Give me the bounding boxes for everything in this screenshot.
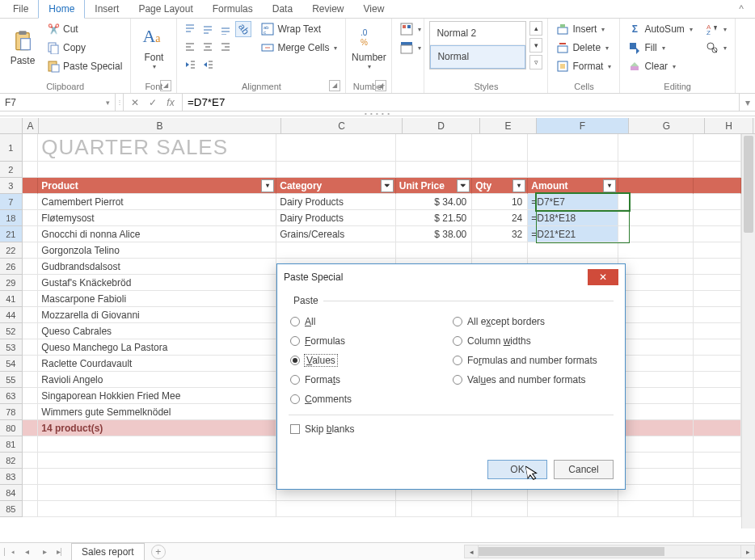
- find-button[interactable]: ▾: [702, 40, 730, 56]
- cell-product[interactable]: Singaporean Hokkien Fried Mee: [38, 388, 276, 404]
- cancel-formula-button[interactable]: ✕: [127, 97, 143, 108]
- tab-page-layout[interactable]: Page Layout: [129, 0, 202, 18]
- cell[interactable]: [528, 134, 618, 162]
- cell[interactable]: [23, 453, 39, 469]
- cell[interactable]: [23, 226, 39, 242]
- conditional-formatting-button[interactable]: ▾: [397, 21, 424, 37]
- formula-input[interactable]: [183, 94, 739, 111]
- font-button[interactable]: Aa Font ▾: [136, 21, 171, 74]
- cell[interactable]: [618, 420, 694, 436]
- row-header[interactable]: 83: [0, 469, 23, 485]
- cell[interactable]: [23, 162, 39, 178]
- cell[interactable]: [38, 469, 276, 485]
- cell[interactable]: [23, 323, 39, 339]
- cell[interactable]: [23, 339, 39, 356]
- row-header[interactable]: 84: [0, 485, 23, 501]
- filter-button[interactable]: ▾: [512, 179, 525, 192]
- tab-review[interactable]: Review: [302, 0, 353, 18]
- cell-product[interactable]: Camembert Pierrot: [38, 194, 276, 210]
- vertical-scrollbar[interactable]: [741, 134, 755, 528]
- enter-formula-button[interactable]: ✓: [145, 97, 161, 108]
- delete-cells-button[interactable]: Delete▾: [553, 40, 614, 56]
- font-dialog-launcher[interactable]: ◢: [160, 80, 171, 91]
- cell-unit-price[interactable]: $ 34.00: [396, 194, 473, 210]
- paste-option-all[interactable]: All: [290, 316, 449, 327]
- header-amount[interactable]: Amount▾: [528, 178, 618, 194]
- cell[interactable]: [23, 485, 39, 501]
- row-header[interactable]: 54: [0, 356, 23, 372]
- cell[interactable]: [694, 388, 741, 404]
- tab-insert[interactable]: Insert: [85, 0, 129, 18]
- cell[interactable]: [23, 134, 39, 162]
- row-header[interactable]: 22: [0, 242, 23, 259]
- title-cell[interactable]: QUARTER SALES: [38, 134, 276, 162]
- cell[interactable]: [694, 291, 741, 307]
- align-middle-button[interactable]: [200, 21, 216, 37]
- cell[interactable]: [694, 501, 741, 517]
- align-right-button[interactable]: [217, 39, 234, 55]
- ok-button[interactable]: OK: [487, 460, 547, 479]
- row-header[interactable]: 2: [0, 162, 23, 178]
- cell[interactable]: [618, 339, 694, 356]
- cell[interactable]: [23, 388, 39, 404]
- format-cells-button[interactable]: Format▾: [553, 58, 614, 74]
- cell[interactable]: [694, 436, 741, 453]
- new-sheet-button[interactable]: +: [151, 545, 166, 559]
- sheet-nav-last[interactable]: ▸⎸: [53, 547, 71, 557]
- cell[interactable]: [694, 307, 741, 323]
- header-qty[interactable]: Qty▾: [472, 178, 528, 194]
- cell[interactable]: [23, 469, 39, 485]
- row-header[interactable]: 53: [0, 339, 23, 356]
- cell[interactable]: [618, 372, 694, 388]
- paste-option-comments[interactable]: Comments: [290, 394, 449, 405]
- cell[interactable]: [694, 485, 741, 501]
- cell[interactable]: [694, 356, 741, 372]
- horizontal-scrollbar[interactable]: ◂ ▸: [464, 545, 755, 558]
- col-header-b[interactable]: B: [39, 118, 281, 133]
- cell-product[interactable]: Raclette Courdavault: [38, 356, 276, 372]
- cell-amount[interactable]: =D21*E21: [528, 226, 618, 242]
- cell[interactable]: [694, 339, 741, 356]
- cell[interactable]: [472, 501, 528, 517]
- tab-file[interactable]: File: [3, 0, 38, 18]
- filter-button[interactable]: ⏷: [381, 179, 394, 192]
- cell-unit-price[interactable]: [396, 242, 473, 259]
- wrap-text-button[interactable]: abc Wrap Text: [258, 21, 340, 37]
- number-dialog-launcher[interactable]: ◢: [375, 80, 386, 91]
- sheet-nav-next[interactable]: ▸: [36, 547, 53, 556]
- sheet-nav-prev[interactable]: ◂: [18, 547, 36, 556]
- paste-option-formulas-and-number-formats[interactable]: Formulas and number formats: [453, 355, 612, 366]
- cell[interactable]: [276, 162, 396, 178]
- cell[interactable]: [618, 356, 694, 372]
- increase-indent-button[interactable]: [200, 57, 216, 73]
- cell[interactable]: [618, 178, 694, 194]
- cell[interactable]: [694, 226, 741, 242]
- row-header[interactable]: 3: [0, 178, 23, 194]
- sheet-tab-sales-report[interactable]: Sales report: [71, 543, 145, 560]
- merge-cells-button[interactable]: Merge Cells ▾: [258, 40, 340, 56]
- cell[interactable]: [528, 501, 618, 517]
- cell[interactable]: [618, 291, 694, 307]
- cell[interactable]: [694, 469, 741, 485]
- cut-button[interactable]: ✂️ Cut: [44, 21, 125, 37]
- cell[interactable]: [694, 275, 741, 291]
- cell[interactable]: [23, 436, 39, 453]
- row-header[interactable]: 26: [0, 259, 23, 275]
- cell[interactable]: [618, 501, 694, 517]
- cell-unit-price[interactable]: $ 21.50: [396, 210, 473, 226]
- cell-category[interactable]: Grains/Cereals: [276, 226, 396, 242]
- skip-blanks-checkbox[interactable]: Skip blanks: [290, 423, 612, 435]
- col-header-d[interactable]: D: [403, 118, 480, 133]
- clear-button[interactable]: Clear▾: [625, 58, 695, 74]
- align-left-button[interactable]: [182, 39, 198, 55]
- header-unit-price[interactable]: Unit Price⏷: [396, 178, 472, 194]
- col-header-a[interactable]: A: [23, 118, 39, 133]
- cell-product[interactable]: Gustaf's Knäckebröd: [38, 275, 276, 291]
- row-header[interactable]: 52: [0, 323, 23, 339]
- paste-option-values[interactable]: Values: [290, 355, 449, 366]
- cell[interactable]: [694, 162, 741, 178]
- fill-button[interactable]: Fill▾: [625, 40, 695, 56]
- cell[interactable]: [396, 162, 472, 178]
- row-header[interactable]: 81: [0, 436, 23, 453]
- align-top-button[interactable]: [182, 21, 198, 37]
